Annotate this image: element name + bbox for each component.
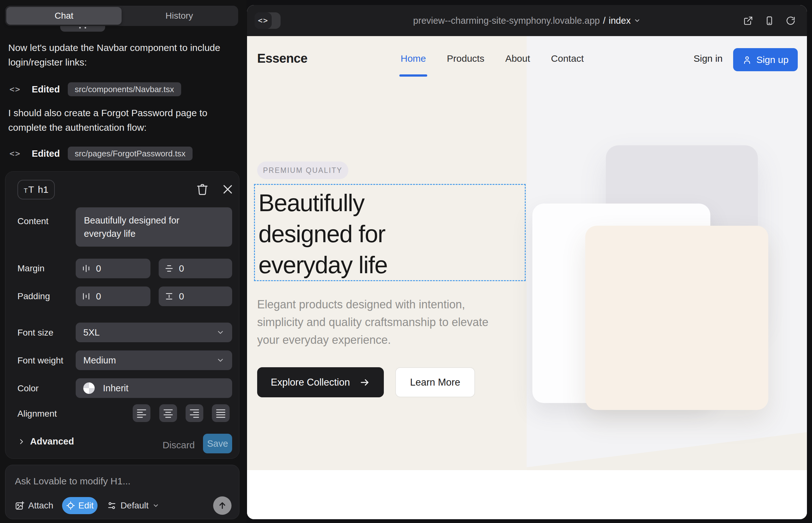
chat-message: Now let's update the Navbar component to… [8, 40, 234, 70]
decor-wedge [527, 422, 807, 470]
open-external-icon[interactable] [743, 16, 753, 26]
next-section [247, 470, 807, 519]
chevron-right-icon [17, 437, 26, 446]
color-select[interactable]: Inherit [76, 378, 232, 398]
element-tag-pill[interactable]: TT h1 [17, 180, 55, 199]
margin-y-value: 0 [179, 264, 184, 274]
margin-x-value: 0 [96, 264, 101, 274]
settings-sliders-icon [107, 501, 117, 510]
margin-vertical-icon [164, 264, 174, 273]
url-domain: preview--charming-site-symphony.lovable.… [413, 16, 600, 26]
sign-up-button[interactable]: Sign up [733, 48, 798, 71]
hero-paragraph: Elegant products designed with intention… [257, 296, 507, 349]
save-button[interactable]: Save [203, 434, 232, 453]
edit-mode-button[interactable]: Edit [62, 497, 98, 514]
mobile-view-icon[interactable] [764, 16, 774, 26]
advanced-toggle[interactable]: Advanced [17, 436, 74, 447]
send-button[interactable] [213, 497, 231, 515]
discard-button[interactable]: Discard [161, 436, 196, 454]
padding-horizontal-icon [82, 292, 91, 301]
align-left-button[interactable] [133, 404, 151, 422]
margin-x-input[interactable]: 0 [76, 259, 151, 278]
model-selector[interactable]: Default [107, 501, 159, 511]
arrow-up-icon [217, 501, 227, 510]
font-size-value: 5XL [83, 327, 100, 338]
color-swatch [83, 382, 95, 394]
color-value: Inherit [103, 383, 128, 394]
attach-label: Attach [28, 501, 53, 511]
font-weight-label: Font weight [17, 356, 63, 366]
user-icon [742, 55, 752, 65]
hero-heading-line: Beautifully [259, 187, 387, 218]
hero-heading-line: everyday life [259, 250, 387, 281]
code-icon: <> [10, 85, 21, 94]
content-label: Content [17, 216, 49, 227]
hero-cta-row: Explore Collection Learn More [257, 367, 475, 397]
align-right-button[interactable] [186, 404, 203, 422]
trash-icon [196, 183, 209, 196]
sign-in-link[interactable]: Sign in [693, 36, 723, 81]
preview-panel: <> preview--charming-site-symphony.lovab… [247, 5, 807, 519]
chevron-down-icon [216, 328, 225, 337]
color-label: Color [17, 383, 39, 394]
padding-y-input[interactable]: 0 [159, 287, 232, 306]
hero-heading[interactable]: Beautifully designed for everyday life [259, 187, 387, 281]
edited-label: Edited [32, 84, 60, 95]
font-size-select[interactable]: 5XL [76, 323, 232, 342]
font-weight-value: Medium [83, 355, 116, 366]
align-justify-button[interactable] [212, 404, 230, 422]
code-icon: <> [10, 149, 21, 158]
edit-mode-label: Edit [78, 501, 93, 511]
margin-horizontal-icon [82, 264, 91, 273]
margin-y-input[interactable]: 0 [159, 259, 232, 278]
advanced-label: Advanced [30, 436, 74, 447]
content-input[interactable]: Beautifully designed for everyday life [76, 208, 232, 247]
site-logo[interactable]: Essence [257, 36, 307, 81]
file-badge[interactable]: src/components/Navbar.tsx [68, 82, 181, 96]
margin-label: Margin [17, 264, 45, 273]
site-navbar: Essence Home Products About Contact Sign… [247, 36, 807, 81]
arrow-right-icon [359, 377, 370, 388]
delete-element-button[interactable] [196, 183, 209, 196]
scrolled-badge-peek [60, 26, 105, 32]
explore-collection-label: Explore Collection [271, 377, 350, 388]
file-badge[interactable]: src/pages/ForgotPassword.tsx [68, 147, 193, 161]
chevron-down-icon [216, 356, 225, 364]
close-icon [222, 183, 234, 196]
padding-label: Padding [17, 291, 50, 301]
align-justify-icon [215, 408, 226, 418]
align-center-button[interactable] [159, 404, 177, 422]
font-weight-select[interactable]: Medium [76, 350, 232, 370]
app-root: Chat History Now let's update the Navbar… [0, 0, 812, 523]
padding-y-value: 0 [179, 291, 184, 302]
padding-x-value: 0 [96, 291, 101, 302]
composer-input[interactable]: Ask Lovable to modify H1... [15, 476, 130, 487]
edited-file-row: <> Edited src/pages/ForgotPassword.tsx [10, 147, 193, 161]
nav-link-contact[interactable]: Contact [551, 53, 584, 64]
attach-button[interactable]: Attach [15, 501, 53, 511]
chat-sidebar: Chat History Now let's update the Navbar… [0, 0, 246, 523]
explore-collection-button[interactable]: Explore Collection [257, 367, 384, 397]
refresh-icon[interactable] [786, 16, 796, 26]
close-editor-button[interactable] [222, 183, 234, 196]
url-page: index [609, 16, 631, 26]
composer-toolbar: Attach Edit Default [15, 497, 231, 515]
element-tag-name: h1 [38, 184, 49, 195]
nav-link-home[interactable]: Home [401, 53, 426, 64]
padding-x-input[interactable]: 0 [76, 287, 151, 306]
nav-link-about[interactable]: About [505, 53, 530, 64]
typography-icon: TT [24, 184, 34, 195]
learn-more-button[interactable]: Learn More [395, 367, 475, 397]
model-selector-label: Default [120, 501, 148, 511]
tab-history[interactable]: History [122, 7, 237, 25]
alignment-label: Alignment [17, 409, 57, 419]
url-bar[interactable]: preview--charming-site-symphony.lovable.… [247, 5, 807, 36]
chat-composer: Ask Lovable to modify H1... Attach [5, 465, 240, 519]
site-canvas: Essence Home Products About Contact Sign… [247, 36, 807, 519]
edited-file-row: <> Edited src/components/Navbar.tsx [10, 82, 181, 96]
nav-link-products[interactable]: Products [447, 53, 484, 64]
tab-chat[interactable]: Chat [6, 7, 122, 25]
edited-label: Edited [32, 148, 60, 159]
align-left-icon [136, 408, 147, 418]
decor-card-beige [585, 226, 768, 410]
